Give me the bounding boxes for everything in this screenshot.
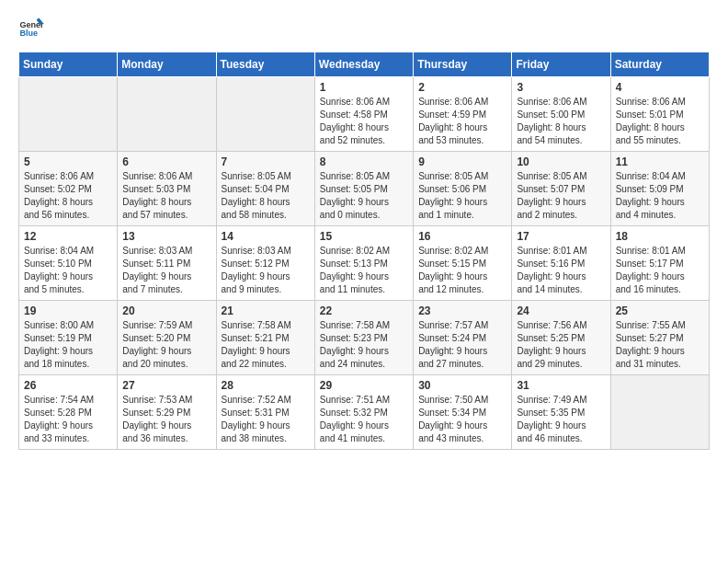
day-info: Sunrise: 8:06 AM Sunset: 4:58 PM Dayligh… — [320, 96, 408, 147]
calendar-cell: 23Sunrise: 7:57 AM Sunset: 5:24 PM Dayli… — [414, 301, 512, 375]
day-info: Sunrise: 7:52 AM Sunset: 5:31 PM Dayligh… — [222, 394, 310, 445]
weekday-header: Saturday — [610, 52, 709, 77]
logo-icon: General Blue — [18, 15, 44, 40]
calendar-cell: 6Sunrise: 8:06 AM Sunset: 5:03 PM Daylig… — [118, 152, 216, 226]
day-info: Sunrise: 8:03 AM Sunset: 5:12 PM Dayligh… — [222, 245, 310, 296]
day-info: Sunrise: 8:05 AM Sunset: 5:04 PM Dayligh… — [222, 170, 310, 222]
day-number: 9 — [418, 155, 506, 168]
calendar-week-row: 12Sunrise: 8:04 AM Sunset: 5:10 PM Dayli… — [19, 226, 710, 301]
calendar-cell: 13Sunrise: 8:03 AM Sunset: 5:11 PM Dayli… — [118, 226, 216, 301]
calendar-cell — [19, 77, 118, 152]
weekday-header: Friday — [512, 52, 610, 77]
calendar-body: 1Sunrise: 8:06 AM Sunset: 4:58 PM Daylig… — [19, 77, 710, 450]
day-number: 1 — [320, 81, 408, 94]
svg-text:Blue: Blue — [19, 29, 38, 38]
calendar-cell: 26Sunrise: 7:54 AM Sunset: 5:28 PM Dayli… — [19, 375, 118, 450]
calendar-cell: 31Sunrise: 7:49 AM Sunset: 5:35 PM Dayli… — [512, 375, 610, 450]
day-info: Sunrise: 7:50 AM Sunset: 5:34 PM Dayligh… — [418, 394, 506, 445]
day-number: 14 — [222, 230, 310, 243]
calendar-cell: 8Sunrise: 8:05 AM Sunset: 5:05 PM Daylig… — [314, 152, 413, 226]
day-info: Sunrise: 7:49 AM Sunset: 5:35 PM Dayligh… — [517, 394, 605, 445]
calendar-cell: 5Sunrise: 8:06 AM Sunset: 5:02 PM Daylig… — [19, 152, 118, 226]
calendar-cell: 15Sunrise: 8:02 AM Sunset: 5:13 PM Dayli… — [314, 226, 413, 301]
day-info: Sunrise: 8:06 AM Sunset: 5:01 PM Dayligh… — [616, 96, 704, 147]
calendar-cell: 29Sunrise: 7:51 AM Sunset: 5:32 PM Dayli… — [314, 375, 413, 450]
day-info: Sunrise: 7:58 AM Sunset: 5:21 PM Dayligh… — [222, 319, 310, 371]
calendar-cell: 9Sunrise: 8:05 AM Sunset: 5:06 PM Daylig… — [414, 152, 512, 226]
calendar-cell: 28Sunrise: 7:52 AM Sunset: 5:31 PM Dayli… — [216, 375, 314, 450]
weekday-header: Thursday — [414, 52, 512, 77]
logo: General Blue — [18, 15, 44, 40]
calendar-cell: 2Sunrise: 8:06 AM Sunset: 4:59 PM Daylig… — [414, 77, 512, 152]
day-number: 12 — [24, 230, 112, 243]
day-number: 20 — [122, 304, 210, 317]
weekday-header: Tuesday — [216, 52, 314, 77]
day-info: Sunrise: 8:02 AM Sunset: 5:15 PM Dayligh… — [418, 245, 506, 296]
calendar-week-row: 1Sunrise: 8:06 AM Sunset: 4:58 PM Daylig… — [19, 77, 710, 152]
day-info: Sunrise: 8:04 AM Sunset: 5:10 PM Dayligh… — [24, 245, 112, 296]
calendar-cell: 24Sunrise: 7:56 AM Sunset: 5:25 PM Dayli… — [512, 301, 610, 375]
day-info: Sunrise: 7:59 AM Sunset: 5:20 PM Dayligh… — [122, 319, 210, 371]
day-info: Sunrise: 8:06 AM Sunset: 4:59 PM Dayligh… — [418, 96, 506, 147]
day-number: 2 — [418, 81, 506, 94]
calendar-week-row: 26Sunrise: 7:54 AM Sunset: 5:28 PM Dayli… — [19, 375, 710, 450]
day-number: 17 — [517, 230, 605, 243]
calendar-cell: 18Sunrise: 8:01 AM Sunset: 5:17 PM Dayli… — [610, 226, 709, 301]
calendar-cell: 25Sunrise: 7:55 AM Sunset: 5:27 PM Dayli… — [610, 301, 709, 375]
day-number: 23 — [418, 304, 506, 317]
calendar-cell: 7Sunrise: 8:05 AM Sunset: 5:04 PM Daylig… — [216, 152, 314, 226]
day-number: 27 — [122, 379, 210, 392]
day-number: 3 — [517, 81, 605, 94]
calendar-week-row: 19Sunrise: 8:00 AM Sunset: 5:19 PM Dayli… — [19, 301, 710, 375]
day-info: Sunrise: 8:06 AM Sunset: 5:00 PM Dayligh… — [517, 96, 605, 147]
day-number: 13 — [122, 230, 210, 243]
weekday-header: Monday — [118, 52, 216, 77]
day-number: 28 — [222, 379, 310, 392]
day-info: Sunrise: 8:05 AM Sunset: 5:05 PM Dayligh… — [320, 170, 408, 222]
calendar-cell: 19Sunrise: 8:00 AM Sunset: 5:19 PM Dayli… — [19, 301, 118, 375]
calendar-cell — [610, 375, 709, 450]
calendar-cell — [118, 77, 216, 152]
day-info: Sunrise: 8:05 AM Sunset: 5:06 PM Dayligh… — [418, 170, 506, 222]
day-number: 16 — [418, 230, 506, 243]
day-number: 24 — [517, 304, 605, 317]
calendar-header-row: SundayMondayTuesdayWednesdayThursdayFrid… — [19, 52, 710, 77]
day-number: 30 — [418, 379, 506, 392]
calendar-cell: 1Sunrise: 8:06 AM Sunset: 4:58 PM Daylig… — [314, 77, 413, 152]
day-number: 10 — [517, 155, 605, 168]
day-number: 7 — [222, 155, 310, 168]
day-number: 5 — [24, 155, 112, 168]
day-info: Sunrise: 7:53 AM Sunset: 5:29 PM Dayligh… — [122, 394, 210, 445]
day-info: Sunrise: 8:04 AM Sunset: 5:09 PM Dayligh… — [616, 170, 704, 222]
day-number: 25 — [616, 304, 704, 317]
calendar-cell: 20Sunrise: 7:59 AM Sunset: 5:20 PM Dayli… — [118, 301, 216, 375]
day-number: 29 — [320, 379, 408, 392]
calendar-cell: 27Sunrise: 7:53 AM Sunset: 5:29 PM Dayli… — [118, 375, 216, 450]
calendar-cell: 30Sunrise: 7:50 AM Sunset: 5:34 PM Dayli… — [414, 375, 512, 450]
weekday-header: Sunday — [19, 52, 118, 77]
day-info: Sunrise: 7:55 AM Sunset: 5:27 PM Dayligh… — [616, 319, 704, 371]
day-info: Sunrise: 8:02 AM Sunset: 5:13 PM Dayligh… — [320, 245, 408, 296]
day-info: Sunrise: 7:57 AM Sunset: 5:24 PM Dayligh… — [418, 319, 506, 371]
day-number: 15 — [320, 230, 408, 243]
day-info: Sunrise: 8:01 AM Sunset: 5:16 PM Dayligh… — [517, 245, 605, 296]
calendar-cell: 14Sunrise: 8:03 AM Sunset: 5:12 PM Dayli… — [216, 226, 314, 301]
day-info: Sunrise: 7:56 AM Sunset: 5:25 PM Dayligh… — [517, 319, 605, 371]
day-number: 21 — [222, 304, 310, 317]
day-number: 11 — [616, 155, 704, 168]
calendar-cell: 21Sunrise: 7:58 AM Sunset: 5:21 PM Dayli… — [216, 301, 314, 375]
day-info: Sunrise: 8:01 AM Sunset: 5:17 PM Dayligh… — [616, 245, 704, 296]
day-number: 4 — [616, 81, 704, 94]
day-info: Sunrise: 7:51 AM Sunset: 5:32 PM Dayligh… — [320, 394, 408, 445]
calendar-cell: 3Sunrise: 8:06 AM Sunset: 5:00 PM Daylig… — [512, 77, 610, 152]
calendar-cell: 16Sunrise: 8:02 AM Sunset: 5:15 PM Dayli… — [414, 226, 512, 301]
day-number: 18 — [616, 230, 704, 243]
day-number: 31 — [517, 379, 605, 392]
calendar-cell: 17Sunrise: 8:01 AM Sunset: 5:16 PM Dayli… — [512, 226, 610, 301]
weekday-header: Wednesday — [314, 52, 413, 77]
calendar-cell — [216, 77, 314, 152]
calendar-week-row: 5Sunrise: 8:06 AM Sunset: 5:02 PM Daylig… — [19, 152, 710, 226]
day-info: Sunrise: 8:05 AM Sunset: 5:07 PM Dayligh… — [517, 170, 605, 222]
day-number: 19 — [24, 304, 112, 317]
calendar-cell: 12Sunrise: 8:04 AM Sunset: 5:10 PM Dayli… — [19, 226, 118, 301]
